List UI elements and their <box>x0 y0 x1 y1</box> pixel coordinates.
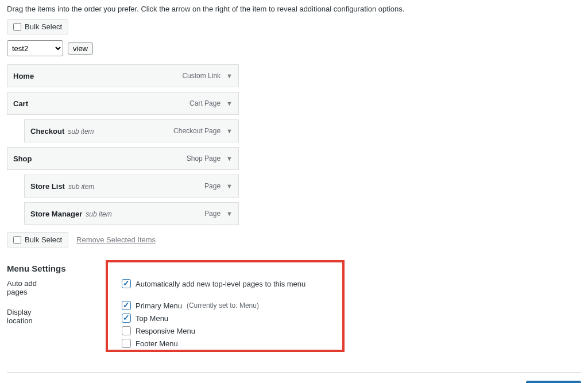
display-location-checkbox[interactable] <box>122 314 131 323</box>
bulk-select-checkbox-top[interactable] <box>13 23 21 31</box>
instructions-text: Drag the items into the order you prefer… <box>7 5 581 13</box>
bulk-select-checkbox-bottom[interactable] <box>13 236 21 244</box>
auto-add-pages-text: Automatically add new top-level pages to… <box>136 280 305 288</box>
menu-item-type: Page <box>204 210 220 218</box>
menu-item-title: Shop <box>13 154 32 163</box>
save-menu-button[interactable]: Save Menu <box>526 381 581 383</box>
bulk-select-label-top: Bulk Select <box>25 22 62 31</box>
chevron-down-icon[interactable]: ▼ <box>226 210 233 217</box>
auto-add-pages-label: Auto add pages <box>7 279 59 296</box>
menu-select-row: test2 view <box>7 40 581 56</box>
menu-item-type: Shop Page <box>187 154 220 163</box>
display-location-label-text: Footer Menu <box>136 339 178 348</box>
chevron-down-icon[interactable]: ▼ <box>226 100 233 107</box>
chevron-down-icon[interactable]: ▼ <box>226 183 233 189</box>
display-location-label-text: Top Menu <box>136 314 168 323</box>
chevron-down-icon[interactable]: ▼ <box>226 155 233 162</box>
display-locations-list: Primary Menu(Currently set to: Menu)Top … <box>122 301 305 348</box>
display-location-row: Footer Menu <box>122 339 305 348</box>
menu-item[interactable]: Store Managersub itemPage▼ <box>24 202 239 225</box>
display-location-row: Primary Menu(Currently set to: Menu) <box>122 301 305 310</box>
menu-select[interactable]: test2 <box>7 40 63 56</box>
menu-item[interactable]: CartCart Page▼ <box>7 92 239 115</box>
menu-item[interactable]: Store Listsub itemPage▼ <box>24 175 239 198</box>
bulk-select-bottom[interactable]: Bulk Select <box>7 232 68 247</box>
display-location-row: Top Menu <box>122 314 305 323</box>
menu-item[interactable]: HomeCustom Link▼ <box>7 64 239 87</box>
chevron-down-icon[interactable]: ▼ <box>226 72 233 79</box>
menu-item-title: Store List <box>30 182 65 191</box>
bulk-select-row-bottom: Bulk Select Remove Selected Items <box>7 232 581 247</box>
display-location-note: (Currently set to: Menu) <box>187 301 259 310</box>
menu-item-subtext: sub item <box>68 127 94 136</box>
menu-item-type: Custom Link <box>182 72 220 80</box>
menu-item-type: Cart Page <box>189 99 220 107</box>
menu-settings-header: Menu Settings <box>7 264 581 273</box>
view-button[interactable]: view <box>68 42 93 55</box>
display-location-checkbox[interactable] <box>122 301 131 310</box>
bulk-select-label-bottom: Bulk Select <box>25 235 62 244</box>
display-location-label-text: Primary Menu <box>136 301 182 310</box>
bulk-select-top[interactable]: Bulk Select <box>7 19 68 34</box>
menu-item-subtext: sub item <box>68 183 94 191</box>
menu-item-title: Checkout <box>30 127 64 136</box>
footer-row: Delete Menu Save Menu <box>7 372 581 383</box>
bulk-select-row-top: Bulk Select <box>7 19 581 34</box>
menu-items-list: HomeCustom Link▼CartCart Page▼Checkoutsu… <box>7 64 239 225</box>
menu-item-subtext: sub item <box>86 210 111 218</box>
display-location-checkbox[interactable] <box>122 326 131 335</box>
display-location-checkbox[interactable] <box>122 339 131 348</box>
menu-item-type: Page <box>204 182 220 190</box>
menu-item[interactable]: ShopShop Page▼ <box>7 147 239 170</box>
auto-add-pages-row: Automatically add new top-level pages to… <box>122 279 305 288</box>
display-location-label: Display location <box>7 308 59 325</box>
menu-settings-section: Menu Settings Auto add pages Display loc… <box>7 264 581 356</box>
menu-item-title: Home <box>13 72 34 80</box>
menu-item[interactable]: Checkoutsub itemCheckout Page▼ <box>24 119 239 142</box>
menu-item-title: Store Manager <box>30 210 82 218</box>
auto-add-pages-checkbox[interactable] <box>122 279 131 288</box>
chevron-down-icon[interactable]: ▼ <box>226 127 233 134</box>
display-location-row: Responsive Menu <box>122 326 305 335</box>
display-location-label-text: Responsive Menu <box>136 327 195 335</box>
menu-item-type: Checkout Page <box>173 127 220 135</box>
remove-selected-link[interactable]: Remove Selected Items <box>76 235 156 244</box>
menu-item-title: Cart <box>13 99 28 108</box>
